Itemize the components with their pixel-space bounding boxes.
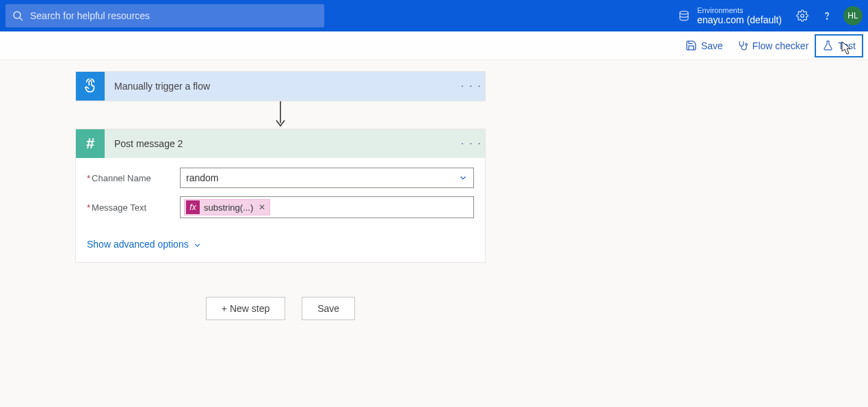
save-flow-button[interactable]: Save — [302, 297, 355, 320]
connector-arrow — [75, 101, 486, 129]
hash-icon: # — [86, 135, 94, 153]
settings-button[interactable] — [790, 3, 815, 28]
channel-name-select[interactable]: random — [180, 168, 474, 188]
fx-icon: fx — [186, 200, 200, 214]
action-menu-button[interactable]: · · · — [458, 137, 485, 150]
svg-point-4 — [826, 18, 827, 19]
chevron-down-icon — [193, 241, 202, 250]
flask-icon — [822, 40, 834, 51]
svg-point-0 — [14, 12, 21, 18]
stethoscope-icon — [737, 40, 748, 51]
expression-token[interactable]: fx substring(...) ✕ — [184, 199, 270, 215]
flow-canvas: Manually trigger a flow · · · # Post mes… — [0, 60, 868, 320]
channel-name-value: random — [186, 172, 218, 183]
environment-picker[interactable]: Environments enayu.com (default) — [678, 6, 782, 26]
trigger-header[interactable]: Manually trigger a flow · · · — [76, 72, 485, 101]
action-card: # Post message 2 · · · *Channel Name ran… — [75, 129, 486, 263]
chevron-down-icon — [458, 173, 468, 183]
save-icon — [685, 40, 697, 51]
action-header[interactable]: # Post message 2 · · · — [76, 129, 485, 158]
save-button[interactable]: Save — [679, 35, 730, 57]
channel-name-label: *Channel Name — [87, 173, 180, 183]
gear-icon — [796, 10, 808, 22]
test-label: Test — [838, 40, 856, 51]
environment-icon — [678, 10, 690, 22]
show-advanced-label: Show advanced options — [87, 239, 189, 250]
test-button[interactable]: Test — [815, 35, 863, 57]
action-title: Post message 2 — [105, 138, 458, 149]
svg-point-3 — [801, 14, 804, 18]
help-icon — [821, 10, 833, 22]
trigger-title: Manually trigger a flow — [105, 81, 458, 92]
flow-checker-label: Flow checker — [752, 40, 808, 51]
top-header: Environments enayu.com (default) HL — [0, 0, 868, 31]
search-input-wrap[interactable] — [5, 4, 324, 27]
svg-point-5 — [746, 44, 748, 46]
trigger-icon-tile — [76, 72, 105, 101]
flow-checker-button[interactable]: Flow checker — [730, 35, 815, 57]
search-icon — [12, 10, 23, 21]
new-step-button[interactable]: + New step — [206, 297, 285, 320]
tap-icon — [83, 79, 98, 94]
svg-point-2 — [680, 11, 688, 14]
svg-line-1 — [20, 18, 23, 21]
search-input[interactable] — [30, 10, 317, 21]
bottom-actions: + New step Save — [75, 297, 486, 320]
action-icon-tile: # — [76, 129, 105, 158]
message-text-label: *Message Text — [87, 202, 180, 213]
arrow-down-icon — [274, 101, 287, 129]
trigger-menu-button[interactable]: · · · — [458, 79, 485, 93]
environment-value: enayu.com (default) — [697, 14, 782, 25]
message-text-input[interactable]: fx substring(...) ✕ — [180, 196, 474, 218]
show-advanced-options[interactable]: Show advanced options — [87, 239, 202, 250]
command-bar: Save Flow checker Test — [0, 31, 868, 60]
avatar[interactable]: HL — [843, 6, 863, 25]
remove-token-button[interactable]: ✕ — [259, 202, 265, 212]
environments-label: Environments — [697, 6, 782, 15]
help-button[interactable] — [815, 3, 839, 28]
save-label: Save — [701, 40, 723, 51]
expression-token-text: substring(...) — [204, 202, 253, 213]
trigger-card[interactable]: Manually trigger a flow · · · — [75, 71, 486, 101]
